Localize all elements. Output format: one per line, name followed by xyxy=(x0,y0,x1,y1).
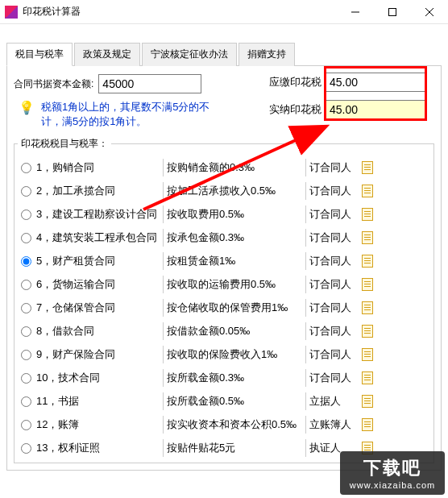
doc-button[interactable] xyxy=(359,231,375,244)
separator xyxy=(305,439,306,457)
doc-button[interactable] xyxy=(359,185,375,197)
app-icon xyxy=(5,6,18,19)
maximize-button[interactable] xyxy=(374,0,411,24)
close-button[interactable] xyxy=(411,0,448,24)
separator xyxy=(305,416,306,434)
item-desc: 按承包金额0.3‰ xyxy=(167,230,302,245)
separator xyxy=(305,322,306,340)
document-icon xyxy=(362,418,373,431)
document-icon xyxy=(362,348,373,361)
minimize-button[interactable] xyxy=(337,0,374,24)
rate-radio[interactable] xyxy=(21,420,31,430)
document-icon xyxy=(362,325,373,338)
tab-ningbo[interactable]: 宁波核定征收办法 xyxy=(142,43,237,66)
rate-radio[interactable] xyxy=(21,326,31,337)
document-icon xyxy=(362,208,373,221)
item-desc: 按借款金额0.05‰ xyxy=(167,324,302,338)
item-desc: 按所载金额0.5‰ xyxy=(167,394,302,409)
separator xyxy=(163,416,164,434)
doc-button[interactable] xyxy=(359,255,375,268)
item-payer: 订合同人 xyxy=(309,301,359,315)
rate-list: 1，购销合同按购销金额的0.3‰订合同人2，加工承揽合同按加工活承揽收入0.5‰… xyxy=(18,156,430,459)
separator xyxy=(305,369,306,387)
separator xyxy=(305,182,306,200)
tip-text: 税额1角以上的，其尾数不满5分的不计，满5分的按1角计。 xyxy=(41,100,218,129)
item-payer: 订合同人 xyxy=(309,207,359,222)
item-name: 12，账簿 xyxy=(36,417,79,432)
titlebar: 印花税计算器 xyxy=(0,0,448,24)
close-icon xyxy=(425,8,433,16)
item-desc: 按贴件贴花5元 xyxy=(167,441,302,455)
separator xyxy=(163,392,164,410)
doc-button[interactable] xyxy=(359,278,375,291)
item-name: 2，加工承揽合同 xyxy=(36,184,115,198)
rate-radio[interactable] xyxy=(21,280,31,290)
table-row: 5，财产租赁合同按租赁金额1‰订合同人 xyxy=(18,249,430,272)
rate-radio[interactable] xyxy=(21,373,31,384)
rate-radio[interactable] xyxy=(21,210,31,220)
document-icon xyxy=(362,161,373,174)
table-row: 9，财产保险合同按收取的保险费收入1‰订合同人 xyxy=(18,342,430,366)
item-payer: 订合同人 xyxy=(309,277,359,292)
doc-button[interactable] xyxy=(359,418,375,431)
doc-button[interactable] xyxy=(359,371,375,384)
doc-button[interactable] xyxy=(359,348,375,361)
group-legend: 印花税税目与税率： xyxy=(18,137,111,151)
item-payer: 订合同人 xyxy=(309,160,359,175)
separator xyxy=(163,182,164,200)
rate-radio[interactable] xyxy=(21,350,31,360)
item-desc: 按购销金额的0.3‰ xyxy=(167,160,302,175)
rate-radio[interactable] xyxy=(21,256,31,267)
separator xyxy=(305,252,306,270)
tab-rates[interactable]: 税目与税率 xyxy=(6,43,73,66)
rate-radio[interactable] xyxy=(21,163,31,173)
table-row: 10，技术合同按所载金额0.3‰订合同人 xyxy=(18,366,430,389)
doc-button[interactable] xyxy=(359,208,375,221)
rate-radio[interactable] xyxy=(21,396,31,407)
item-name: 9，财产保险合同 xyxy=(36,347,115,362)
rate-radio[interactable] xyxy=(21,186,31,197)
tab-donate[interactable]: 捐赠支持 xyxy=(239,43,295,66)
doc-button[interactable] xyxy=(359,161,375,174)
doc-button[interactable] xyxy=(359,395,375,408)
item-name: 1，购销合同 xyxy=(36,160,94,175)
separator xyxy=(163,369,164,387)
tab-policy[interactable]: 政策及规定 xyxy=(74,43,140,66)
separator xyxy=(305,392,306,410)
item-name: 11，书据 xyxy=(36,394,79,409)
document-icon xyxy=(362,371,373,384)
item-payer: 订合同人 xyxy=(309,347,359,362)
doc-button[interactable] xyxy=(359,442,375,454)
item-payer: 订合同人 xyxy=(309,230,359,245)
separator xyxy=(305,229,306,247)
amount-input[interactable] xyxy=(98,74,201,93)
separator xyxy=(305,205,306,223)
item-name: 7，仓储保管合同 xyxy=(36,301,115,315)
item-desc: 按收取费用0.5‰ xyxy=(167,207,302,222)
document-icon xyxy=(362,442,373,454)
item-desc: 按仓储收取的保管费用1‰ xyxy=(167,301,302,315)
separator xyxy=(163,439,164,457)
separator xyxy=(163,252,164,270)
minimize-icon xyxy=(351,8,359,16)
rate-radio[interactable] xyxy=(21,303,31,313)
separator xyxy=(305,159,306,176)
item-payer: 立据人 xyxy=(309,394,359,409)
separator xyxy=(163,159,164,176)
item-payer: 订合同人 xyxy=(309,184,359,198)
doc-button[interactable] xyxy=(359,325,375,338)
table-row: 12，账簿按实收资本和资本公积0.5‰立账簿人 xyxy=(18,413,430,436)
document-icon xyxy=(362,185,373,197)
paid-output: 45.00 xyxy=(326,100,425,119)
table-row: 3，建设工程勘察设计合同按收取费用0.5‰订合同人 xyxy=(18,202,430,226)
doc-button[interactable] xyxy=(359,301,375,314)
rate-radio[interactable] xyxy=(21,233,31,243)
table-row: 11，书据按所载金额0.5‰立据人 xyxy=(18,389,430,413)
item-payer: 立账簿人 xyxy=(309,417,359,432)
item-name: 13，权利证照 xyxy=(36,441,100,455)
table-row: 4，建筑安装工程承包合同按承包金额0.3‰订合同人 xyxy=(18,226,430,249)
rate-radio[interactable] xyxy=(21,443,31,454)
svg-rect-1 xyxy=(389,8,396,15)
item-desc: 按所载金额0.3‰ xyxy=(167,371,302,385)
item-payer: 订合同人 xyxy=(309,324,359,338)
